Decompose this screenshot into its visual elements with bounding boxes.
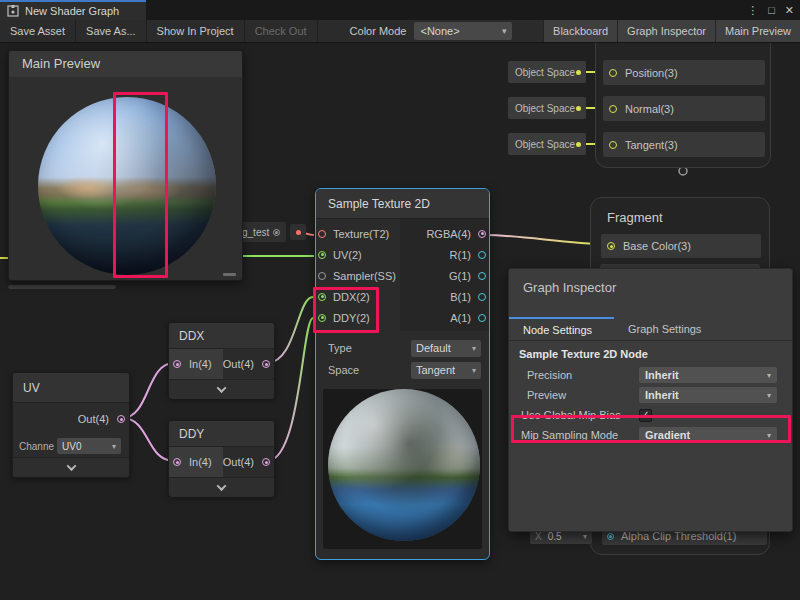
blackboard-button[interactable]: Blackboard <box>543 20 617 42</box>
port-label: UV(2) <box>333 249 362 261</box>
collapse-row[interactable] <box>13 457 129 477</box>
port-label: Base Color(3) <box>623 240 691 252</box>
save-asset-button[interactable]: Save Asset <box>0 20 76 42</box>
graph-inspector-button[interactable]: Graph Inspector <box>617 20 715 42</box>
property-node-gtest[interactable]: g_test <box>238 222 286 242</box>
ddx-out-port[interactable] <box>262 360 270 368</box>
tangent-port[interactable] <box>609 141 617 149</box>
port-label: RGBA(4) <box>426 228 471 240</box>
exposed-property-icon <box>273 229 280 236</box>
ddy-node[interactable]: DDY In(4) Out(4) <box>168 420 275 496</box>
fragment-title: Fragment <box>591 198 769 225</box>
annotation-rect-mip-mode <box>511 415 791 443</box>
precision-label: Precision <box>517 369 639 381</box>
tab-new-shader-graph[interactable]: New Shader Graph <box>0 0 146 20</box>
fragment-row-basecolor[interactable]: Base Color(3) <box>601 234 761 258</box>
vector-port-dot[interactable] <box>576 106 581 111</box>
close-icon[interactable]: ✕ <box>785 0 794 20</box>
port-label: Out(4) <box>78 413 109 425</box>
vertex-context-node[interactable]: Vertex Position(3) Normal(3) Tangent(3) <box>595 43 771 168</box>
tab-node-settings[interactable]: Node Settings <box>509 317 614 340</box>
object-space-node[interactable]: Object Space <box>508 133 586 155</box>
resize-gripper[interactable] <box>223 273 236 276</box>
g-port[interactable] <box>478 272 486 280</box>
ddy-in-port[interactable] <box>173 458 181 466</box>
node-preview-sphere <box>328 389 480 541</box>
b-port[interactable] <box>478 293 486 301</box>
rgba-port[interactable] <box>478 230 486 238</box>
title-bar: New Shader Graph ⋮ □ ✕ <box>0 0 800 20</box>
graph-inspector-title: Graph Inspector <box>509 269 792 317</box>
graph-canvas[interactable]: Vertex Position(3) Normal(3) Tangent(3) … <box>0 43 800 600</box>
vertex-row-normal[interactable]: Normal(3) <box>603 96 765 121</box>
main-preview-button[interactable]: Main Preview <box>715 20 800 42</box>
port-label: G(1) <box>449 270 471 282</box>
object-space-node[interactable]: Object Space <box>508 97 586 119</box>
port-label: Position(3) <box>625 67 678 79</box>
color-mode-value: <None> <box>420 25 459 37</box>
property-label: g_test <box>242 227 269 238</box>
chevron-down-icon: ▾ <box>583 532 587 541</box>
uv-out-port[interactable] <box>117 415 125 423</box>
collapse-row[interactable] <box>169 379 274 399</box>
uv-port[interactable] <box>318 251 326 259</box>
vertex-row-tangent[interactable]: Tangent(3) <box>603 132 765 157</box>
shader-graph-window: New Shader Graph ⋮ □ ✕ Save Asset Save A… <box>0 0 800 600</box>
gtest-output-port[interactable] <box>290 224 306 240</box>
space-dropdown[interactable]: Tangent ▾ <box>411 362 481 379</box>
vector-port-dot[interactable] <box>576 142 581 147</box>
type-value: Default <box>416 342 451 354</box>
graph-inspector-panel: Graph Inspector Node Settings Graph Sett… <box>508 268 793 532</box>
channel-dropdown[interactable]: UV0 ▾ <box>57 438 121 454</box>
alpha-clip-port[interactable] <box>607 533 614 540</box>
window-menu-icon[interactable]: ⋮ <box>747 0 758 20</box>
partial-node-strip <box>8 285 116 289</box>
wire-rgba-basecolor[interactable] <box>486 235 606 244</box>
show-in-project-button[interactable]: Show In Project <box>147 20 245 42</box>
r-port[interactable] <box>478 251 486 259</box>
float-axis-label: X <box>535 531 542 542</box>
maximize-icon[interactable]: □ <box>768 0 775 20</box>
mini-label: Object Space <box>515 139 575 150</box>
ddx-node[interactable]: DDX In(4) Out(4) <box>168 322 275 398</box>
annotation-rect-preview <box>113 92 168 278</box>
object-space-node[interactable]: Object Space <box>508 61 586 83</box>
sample-texture-2d-node[interactable]: Sample Texture 2D Texture(T2) UV(2) Samp… <box>315 188 490 560</box>
ddx-in-port[interactable] <box>173 360 181 368</box>
position-port[interactable] <box>609 69 617 77</box>
uv-node[interactable]: UV Out(4) Channe UV0 ▾ <box>12 372 130 478</box>
channel-label: Channe <box>19 441 54 452</box>
a-port[interactable] <box>478 314 486 322</box>
sample-texture-title: Sample Texture 2D <box>316 189 489 219</box>
preview-dropdown[interactable]: Inherit ▾ <box>639 387 777 403</box>
port-label: Sampler(SS) <box>333 270 396 282</box>
precision-dropdown[interactable]: Inherit ▾ <box>639 367 777 383</box>
mini-label: Object Space <box>515 103 575 114</box>
toolbar: Save Asset Save As... Show In Project Ch… <box>0 20 800 43</box>
texture-port[interactable] <box>318 230 326 238</box>
port-label: B(1) <box>450 291 471 303</box>
vector-port-dot[interactable] <box>576 70 581 75</box>
annotation-rect-ddx-ddy <box>313 287 379 333</box>
collapse-chevron-icon <box>217 383 227 393</box>
sampler-port[interactable] <box>318 272 326 280</box>
chevron-down-icon: ▾ <box>472 344 476 353</box>
type-dropdown[interactable]: Default ▾ <box>411 340 481 357</box>
normal-port[interactable] <box>609 105 617 113</box>
port-label: Texture(T2) <box>333 228 389 240</box>
port-label: In(4) <box>189 358 212 370</box>
chevron-down-icon: ▾ <box>472 366 476 375</box>
base-color-port[interactable] <box>607 242 615 250</box>
save-as-button[interactable]: Save As... <box>76 20 147 42</box>
port-label: A(1) <box>450 312 471 324</box>
tab-title: New Shader Graph <box>25 5 119 17</box>
color-mode-dropdown[interactable]: <None> ▾ <box>414 22 512 40</box>
vertex-row-position[interactable]: Position(3) <box>603 60 765 85</box>
ddy-out-port[interactable] <box>262 458 270 466</box>
port-label: R(1) <box>450 249 471 261</box>
inspector-heading: Sample Texture 2D Node <box>519 348 782 360</box>
tab-graph-settings[interactable]: Graph Settings <box>614 317 715 340</box>
collapse-row[interactable] <box>169 477 274 497</box>
texture-port-dot <box>296 230 301 235</box>
preview-label: Preview <box>517 389 639 401</box>
